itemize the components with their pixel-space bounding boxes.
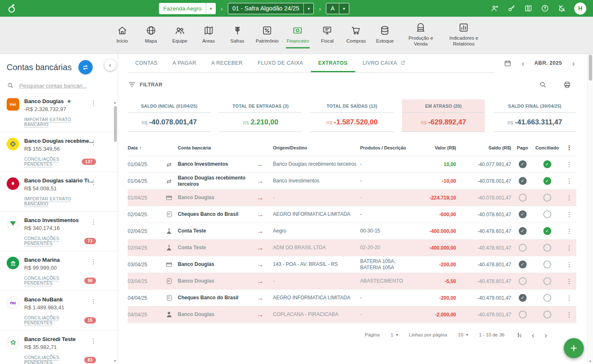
account-item[interactable]: Banco Douglas salário Ti... R$ 54.008,51…: [0, 172, 118, 212]
search-input[interactable]: [19, 83, 96, 89]
row-menu-button[interactable]: [562, 194, 576, 202]
paid-check[interactable]: [519, 260, 527, 268]
chevron-down-icon[interactable]: [206, 3, 216, 14]
reconciled-check[interactable]: [543, 194, 551, 202]
print-icon[interactable]: [563, 81, 571, 89]
farm-selector[interactable]: Fazenda Aegro: [159, 3, 216, 14]
sidebar-scrollbar[interactable]: [114, 106, 117, 142]
account-item[interactable]: itaú Banco Douglas -R$ 2.328.732,97 IMPO…: [0, 93, 118, 132]
reconciled-check[interactable]: [543, 277, 551, 285]
chevron-down-icon[interactable]: [303, 3, 313, 14]
previous-month-button[interactable]: ‹: [522, 59, 524, 67]
reconciled-check[interactable]: [543, 244, 551, 252]
rows-per-page-select[interactable]: 10: [458, 332, 468, 337]
reconciled-check[interactable]: [543, 294, 551, 302]
table-row[interactable]: 01/04/25 Banco Douglas - - -224.719,10 -…: [128, 190, 576, 206]
row-menu-button[interactable]: [562, 244, 576, 252]
paid-check[interactable]: [519, 294, 527, 302]
row-menu-button[interactable]: [562, 211, 576, 218]
nav-equipe[interactable]: Equipe: [169, 22, 191, 48]
next-month-button[interactable]: ›: [572, 59, 575, 67]
pending-reconciliations-link[interactable]: CONCILIAÇÕES PENDENTES: [24, 355, 81, 364]
summary-em-atraso[interactable]: EM ATRASO (20) R$-629.892,47: [402, 99, 485, 132]
reconciled-check[interactable]: [543, 260, 551, 268]
next-page-button[interactable]: ›: [545, 331, 547, 339]
paid-check[interactable]: [519, 177, 527, 185]
table-row[interactable]: 01/04/25 Banco Investimentos Banco Dougl…: [128, 156, 576, 173]
table-row[interactable]: 01/04/25 Banco Douglas recebimento terce…: [128, 173, 576, 190]
first-page-button[interactable]: ‹: [518, 331, 522, 339]
account-item[interactable]: Banco Sicredi Teste R$ 35.982,71 CONCILI…: [0, 331, 118, 364]
agronomist-add-icon[interactable]: [491, 4, 499, 13]
account-item[interactable]: Banco Investimentos R$ 340.174,16 CONCIL…: [0, 212, 118, 251]
page-scrollbar[interactable]: ▼: [587, 53, 593, 364]
add-entry-fab[interactable]: +: [564, 338, 584, 358]
nav-compras[interactable]: Compras: [345, 22, 367, 48]
account-menu-button[interactable]: [90, 218, 97, 226]
favorite-star-icon[interactable]: [67, 98, 72, 104]
pending-reconciliations-link[interactable]: CONCILIAÇÕES PENDENTES: [24, 315, 81, 325]
tab-a-pagar[interactable]: A PAGAR: [165, 53, 204, 72]
nav-financeiro[interactable]: Financeiro: [286, 22, 310, 48]
table-row[interactable]: 04/04/25 Banco Douglas COPLACANA - PIRAC…: [128, 306, 576, 323]
table-row[interactable]: 03/04/25 Banco Douglas 143 - POA - AV. B…: [128, 256, 576, 273]
nav-producao-venda[interactable]: Produção e Venda: [402, 19, 439, 51]
key-icon[interactable]: [507, 4, 516, 13]
field-selector[interactable]: A: [326, 3, 349, 14]
scroll-down-arrow[interactable]: ▼: [588, 360, 593, 363]
calendar-icon[interactable]: [504, 59, 512, 67]
season-selector[interactable]: 01 - Safra Algodão 24/25: [228, 3, 314, 14]
row-menu-button[interactable]: [562, 261, 576, 268]
scroll-up-arrow[interactable]: ▲: [114, 101, 116, 104]
import-statement-link[interactable]: IMPORTAR EXTRATO BANCÁRIO: [24, 117, 96, 127]
collapse-sidebar-button[interactable]: ‹: [104, 59, 116, 71]
account-item[interactable]: Banco Marina R$ 99.999,00 CONCILIAÇÕES P…: [0, 251, 118, 291]
paid-check[interactable]: [519, 277, 527, 285]
account-menu-button[interactable]: [90, 258, 97, 265]
account-menu-button[interactable]: [90, 337, 97, 345]
nav-estoque[interactable]: Estoque: [373, 22, 396, 48]
previous-page-button[interactable]: ‹: [532, 331, 534, 339]
row-menu-button[interactable]: [562, 278, 576, 285]
search-icon[interactable]: [539, 81, 547, 89]
account-menu-button[interactable]: [90, 298, 97, 305]
table-row[interactable]: 02/04/25 Conta Teste Aegro 00-30-15 -400…: [128, 223, 576, 240]
row-menu-button[interactable]: [562, 311, 576, 318]
table-row[interactable]: 03/04/25 Banco Douglas - ABASTECIMENTO -…: [128, 273, 576, 290]
pending-reconciliations-link[interactable]: CONCILIAÇÕES PENDENTES: [24, 236, 81, 246]
table-row[interactable]: 02/04/25 Conta Teste ADM DO BRASIL LTDA …: [128, 240, 576, 256]
import-statement-link[interactable]: IMPORTAR EXTRATO BANCÁRIO: [24, 196, 96, 206]
nav-patrimonio[interactable]: Patrimônio: [255, 22, 280, 48]
tab-livro-caixa[interactable]: LIVRO CAIXA: [355, 53, 413, 72]
reconciled-check[interactable]: [543, 311, 551, 318]
reconciled-check[interactable]: [543, 227, 551, 235]
account-menu-button[interactable]: [90, 99, 97, 107]
filter-button[interactable]: FILTRAR: [128, 81, 163, 89]
nav-inicio[interactable]: Início: [111, 22, 134, 48]
reconciled-check[interactable]: [543, 160, 551, 168]
notifications-off-icon[interactable]: [558, 4, 566, 13]
table-row[interactable]: 02/04/25 Cheques Banco do Brasil AEGRO I…: [128, 206, 576, 223]
reconciled-check[interactable]: [543, 210, 551, 218]
map-book-icon[interactable]: [524, 4, 532, 13]
account-item[interactable]: nu Banco NuBank R$ 1.489.983,41 CONCILIA…: [0, 291, 118, 331]
row-menu-button[interactable]: [562, 177, 576, 185]
tab-contas[interactable]: CONTAS: [128, 53, 165, 72]
chevron-down-icon[interactable]: [339, 3, 349, 14]
nav-mapa[interactable]: Mapa: [140, 22, 162, 48]
scrollbar-thumb[interactable]: [589, 55, 592, 81]
account-item[interactable]: Banco Douglas recebime... R$ 155.349,56 …: [0, 132, 118, 172]
paid-check[interactable]: [519, 210, 527, 218]
scroll-down-arrow[interactable]: ▼: [114, 359, 116, 362]
pending-reconciliations-link[interactable]: CONCILIAÇÕES PENDENTES: [24, 157, 78, 167]
paid-check[interactable]: [519, 160, 527, 168]
pending-reconciliations-link[interactable]: CONCILIAÇÕES PENDENTES: [24, 276, 81, 286]
user-avatar[interactable]: H: [574, 3, 586, 15]
column-options-button[interactable]: [562, 144, 576, 152]
nav-safras[interactable]: Safras: [226, 22, 249, 48]
nav-areas[interactable]: Áreas: [197, 22, 220, 48]
paid-check[interactable]: [519, 244, 527, 252]
reconciled-check[interactable]: [543, 177, 551, 185]
row-menu-button[interactable]: [562, 161, 576, 168]
paid-check[interactable]: [519, 227, 527, 235]
